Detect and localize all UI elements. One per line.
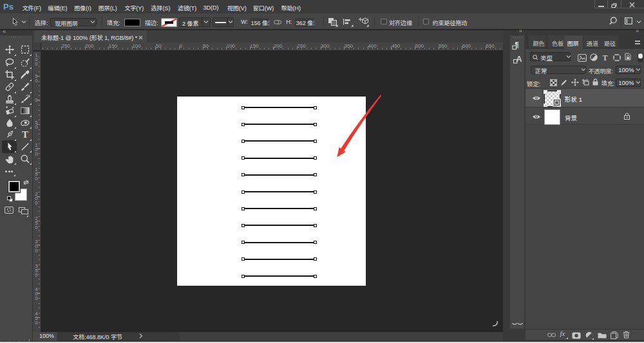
- svg-text:T: T: [21, 129, 28, 140]
